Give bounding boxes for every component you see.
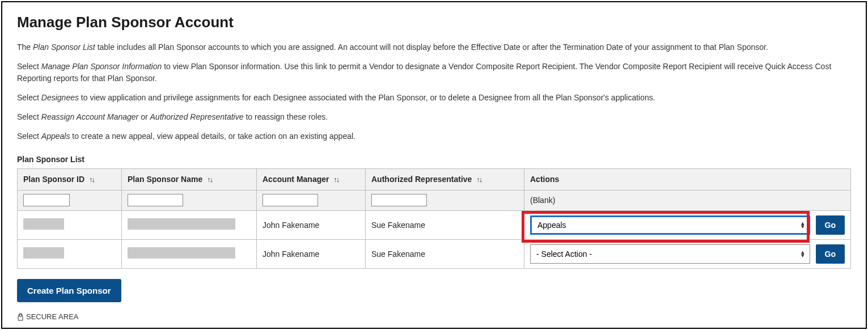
table-row: John Fakename Sue Fakename - Select Acti…: [18, 239, 851, 268]
cell-manager: John Fakename: [257, 239, 366, 268]
cell-manager: John Fakename: [257, 210, 366, 239]
redacted-value: [128, 218, 235, 230]
secure-area-label: SECURE AREA: [17, 312, 851, 321]
filter-input-id[interactable]: [23, 194, 70, 206]
col-header-id[interactable]: Plan Sponsor ID ↑↓: [18, 168, 122, 190]
table-label: Plan Sponsor List: [17, 155, 851, 164]
col-header-manager[interactable]: Account Manager ↑↓: [257, 168, 366, 190]
create-plan-sponsor-button[interactable]: Create Plan Sponsor: [17, 279, 121, 302]
intro-paragraph-1: The Plan Sponsor List table includes all…: [17, 41, 851, 53]
cell-rep: Sue Fakename: [366, 239, 524, 268]
sort-icon: ↑↓: [89, 175, 94, 184]
redacted-value: [23, 247, 64, 259]
action-select[interactable]: Appeals: [530, 215, 810, 235]
cell-rep: Sue Fakename: [366, 210, 524, 239]
filter-actions-cell: (Blank): [524, 190, 851, 210]
col-header-actions: Actions: [524, 168, 851, 190]
sort-icon: ↑↓: [476, 175, 481, 184]
filter-input-manager[interactable]: [262, 194, 318, 206]
sort-icon: ↑↓: [333, 175, 338, 184]
intro-paragraph-5: Select Appeals to create a new appeal, v…: [17, 130, 851, 142]
redacted-value: [23, 218, 64, 230]
sort-icon: ↑↓: [207, 175, 212, 184]
col-header-name[interactable]: Plan Sponsor Name ↑↓: [122, 168, 257, 190]
lock-icon: [17, 313, 24, 320]
table-row: John Fakename Sue Fakename Appeals ▴▾ Go: [18, 210, 851, 239]
redacted-value: [128, 247, 235, 259]
intro-paragraph-4: Select Reassign Account Manager or Autho…: [17, 111, 851, 122]
intro-paragraph-3: Select Designees to view application and…: [17, 92, 851, 103]
intro-paragraph-2: Select Manage Plan Sponsor Information t…: [17, 61, 851, 84]
go-button[interactable]: Go: [816, 244, 845, 264]
col-header-rep[interactable]: Authorized Representative ↑↓: [366, 168, 524, 190]
action-select[interactable]: - Select Action -: [530, 244, 810, 264]
page-container: Manage Plan Sponsor Account The Plan Spo…: [1, 1, 867, 329]
filter-input-rep[interactable]: [371, 194, 427, 206]
page-title: Manage Plan Sponsor Account: [17, 14, 851, 31]
go-button[interactable]: Go: [816, 215, 845, 235]
filter-input-name[interactable]: [128, 194, 183, 206]
plan-sponsor-table: Plan Sponsor ID ↑↓ Plan Sponsor Name ↑↓ …: [17, 168, 851, 269]
